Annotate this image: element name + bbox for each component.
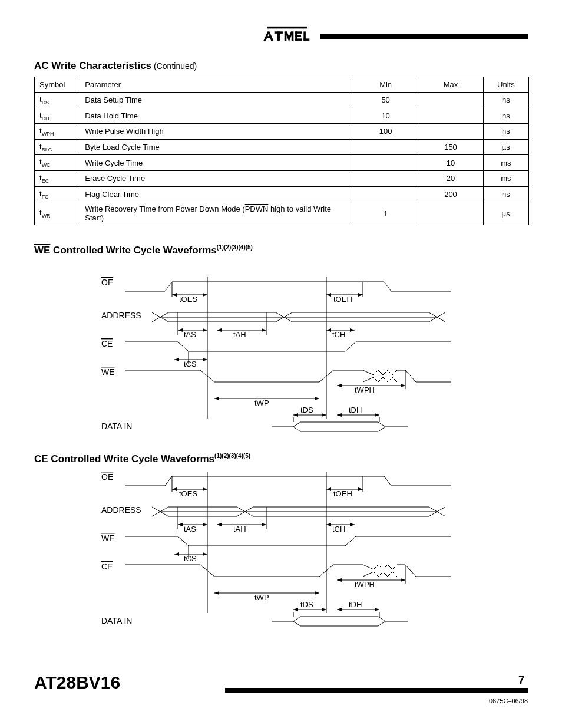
svg-marker-80 <box>178 523 183 526</box>
svg-text:OE: OE <box>101 472 113 482</box>
svg-marker-89 <box>326 523 331 526</box>
svg-marker-110 <box>322 608 326 611</box>
svg-text:ADDRESS: ADDRESS <box>101 505 141 515</box>
svg-text:tOES: tOES <box>179 295 197 304</box>
svg-marker-47 <box>401 384 405 387</box>
document-id: 0675C–06/98 <box>489 697 528 704</box>
svg-marker-18 <box>326 293 331 297</box>
chip-name: AT28BV16 <box>34 673 120 693</box>
svg-text:DATA   IN: DATA IN <box>101 616 132 625</box>
header-rule <box>320 34 528 39</box>
svg-text:tAS: tAS <box>184 330 196 339</box>
svg-marker-35 <box>350 328 355 332</box>
svg-marker-41 <box>203 358 207 361</box>
svg-text:tDH: tDH <box>349 406 362 414</box>
svg-marker-96 <box>203 552 207 556</box>
svg-text:ADDRESS: ADDRESS <box>101 311 141 320</box>
svg-text:tWP: tWP <box>254 593 269 602</box>
svg-marker-54 <box>293 413 298 417</box>
svg-text:DATA   IN: DATA IN <box>101 421 132 431</box>
svg-text:tWP: tWP <box>254 398 269 407</box>
svg-rect-6 <box>295 31 297 41</box>
svg-marker-31 <box>262 328 266 332</box>
ce-waveform-title: CE Controlled Write Cycle Waveforms(1)(2… <box>34 453 250 465</box>
svg-text:tAS: tAS <box>184 525 196 533</box>
write-characteristics-table: Symbol Parameter Min Max Units tDSData S… <box>34 77 529 225</box>
atmel-logo <box>262 25 312 45</box>
svg-marker-26 <box>203 328 207 332</box>
svg-marker-86 <box>262 523 266 526</box>
svg-text:tDS: tDS <box>300 406 313 414</box>
svg-text:CE: CE <box>101 339 113 348</box>
th-parameter: Parameter <box>80 77 353 93</box>
th-units: Units <box>483 77 528 93</box>
svg-marker-114 <box>375 608 379 611</box>
svg-text:tDH: tDH <box>349 600 362 609</box>
svg-text:tAH: tAH <box>233 525 246 533</box>
svg-text:WE: WE <box>101 367 115 377</box>
table-row: tECErase Cycle Time20ms <box>35 170 529 186</box>
table-row: tWPHWrite Pulse Width High100ns <box>35 124 529 140</box>
table-row: tBLCByte Load Cycle Time150µs <box>35 139 529 155</box>
svg-marker-106 <box>315 591 319 595</box>
svg-marker-74 <box>358 487 363 491</box>
svg-text:tWPH: tWPH <box>355 386 375 394</box>
svg-text:tCS: tCS <box>184 360 197 368</box>
svg-text:tCH: tCH <box>332 330 345 339</box>
svg-text:tOEH: tOEH <box>333 295 352 304</box>
svg-marker-113 <box>337 608 342 611</box>
svg-marker-70 <box>203 487 207 491</box>
we-controlled-waveform: OE tOES tOEH ADDRESS <box>101 271 451 446</box>
svg-rect-8 <box>303 38 309 41</box>
svg-text:tCH: tCH <box>332 525 345 533</box>
section-title-write-char: AC Write Characteristics(Continued) <box>34 60 197 72</box>
table-row: tWRWrite Recovery Time from Power Down M… <box>35 202 529 225</box>
svg-rect-0 <box>267 27 307 29</box>
footer-rule <box>225 688 528 693</box>
svg-marker-15 <box>203 293 207 297</box>
ce-controlled-waveform: OE tOES tOEH ADDRESS tAS <box>101 466 451 640</box>
svg-marker-25 <box>178 328 183 332</box>
svg-marker-95 <box>174 552 179 556</box>
svg-marker-34 <box>326 328 331 332</box>
svg-marker-73 <box>326 487 331 491</box>
svg-text:WE: WE <box>101 533 115 543</box>
svg-marker-59 <box>375 413 379 417</box>
svg-marker-90 <box>350 523 355 526</box>
svg-marker-55 <box>322 413 326 417</box>
svg-marker-105 <box>214 591 219 595</box>
svg-marker-69 <box>172 487 177 491</box>
svg-text:tWPH: tWPH <box>355 580 375 589</box>
svg-rect-2 <box>277 31 280 41</box>
svg-marker-50 <box>214 397 219 400</box>
table-row: tFCFlag Clear Time200ns <box>35 186 529 202</box>
svg-marker-109 <box>293 608 298 611</box>
svg-text:tAH: tAH <box>233 330 246 339</box>
svg-marker-81 <box>203 523 207 526</box>
we-waveform-title: WE Controlled Write Cycle Waveforms(1)(2… <box>34 244 253 256</box>
svg-text:CE: CE <box>101 562 113 571</box>
table-row: tWCWrite Cycle Time10ms <box>35 155 529 171</box>
svg-text:tDS: tDS <box>300 600 313 609</box>
svg-marker-101 <box>337 578 342 582</box>
th-max: Max <box>418 77 483 93</box>
svg-text:OE: OE <box>101 278 113 287</box>
th-symbol: Symbol <box>35 77 80 93</box>
svg-marker-30 <box>217 328 222 332</box>
svg-marker-51 <box>315 397 319 400</box>
svg-marker-102 <box>401 578 405 582</box>
svg-text:tCS: tCS <box>184 554 197 563</box>
svg-text:tOEH: tOEH <box>333 489 352 498</box>
th-min: Min <box>353 77 418 93</box>
svg-text:tOES: tOES <box>179 489 197 498</box>
svg-marker-85 <box>217 523 222 526</box>
svg-marker-40 <box>174 358 179 361</box>
svg-marker-58 <box>337 413 342 417</box>
table-row: tDHData Hold Time10ns <box>35 108 529 124</box>
svg-marker-46 <box>337 384 342 387</box>
table-row: tDSData Setup Time50ns <box>35 93 529 108</box>
svg-marker-19 <box>358 293 363 297</box>
svg-marker-14 <box>172 293 177 297</box>
page-number: 7 <box>515 674 528 687</box>
